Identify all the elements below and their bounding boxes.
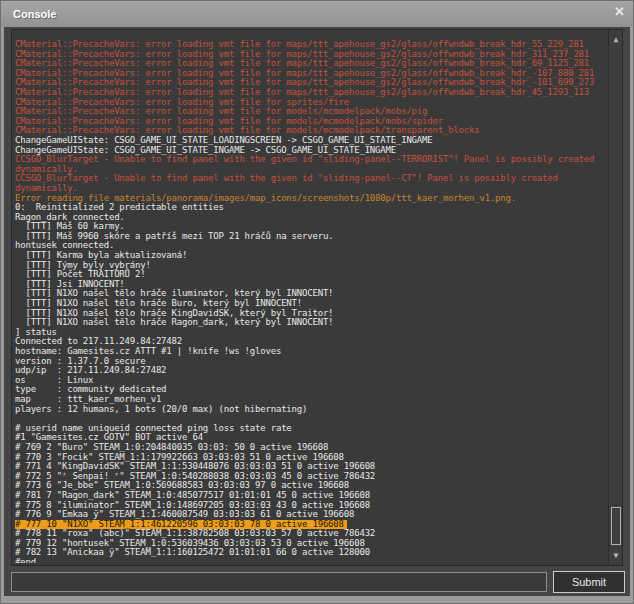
console-line: CMaterial::PrecacheVars: error loading v… — [15, 32, 606, 42]
console-line: ChangeGameUIState: CSGO_GAME_UI_STATE_LO… — [15, 128, 606, 138]
console-line: CMaterial::PrecacheVars: error loading v… — [15, 70, 606, 80]
submit-button[interactable]: Submit — [553, 571, 625, 593]
console-line: players : 12 humans, 1 bots (20/0 max) (… — [15, 397, 606, 407]
console-line: # 781 7 "Ragon_dark" STEAM_1:0:485077517… — [15, 483, 606, 493]
console-line: CCSGO_BlurTarget - Unable to find panel … — [15, 166, 606, 176]
console-line: [TTT] N1XO našel tělo hráče Ragon_dark, … — [15, 310, 606, 320]
console-line: type : community dedicated — [15, 377, 606, 387]
console-line: Ragon_dark connected. — [15, 205, 606, 215]
scroll-down-icon[interactable]: ▼ — [609, 551, 623, 561]
console-line: CMaterial::PrecacheVars: error loading v… — [15, 118, 606, 128]
console-line: #1 "Gamesites.cz GOTV" BOT active 64 — [15, 425, 606, 435]
console-line: # 778 11 "roxa" (abc)" STEAM_1:1:3878250… — [15, 521, 606, 531]
console-line: ChangeGameUIState: CSGO_GAME_UI_STATE_IN… — [15, 138, 606, 148]
console-output: CMaterial::PrecacheVars: error loading v… — [11, 29, 623, 566]
console-line: # 771 4 "KingDavidSK" STEAM_1:1:53044807… — [15, 454, 606, 464]
console-line: CMaterial::PrecacheVars: error loading v… — [15, 51, 606, 61]
scroll-up-icon[interactable]: ▲ — [609, 35, 623, 45]
console-line: map : ttt_kaer_morhen_v1 — [15, 387, 606, 397]
close-icon[interactable]: ✕ — [614, 4, 625, 20]
console-line: [TTT] Počet TRAITORŮ 2! — [15, 262, 606, 272]
console-line: hostname: Gamesites.cz ATTT #1 | !knife … — [15, 339, 606, 349]
console-line-highlighted: # 777 10 "N1XO" STEAM_1:1:461220596 03:0… — [15, 512, 606, 522]
console-line: [TTT] N1XO našel tělo hráče KingDavidSK,… — [15, 301, 606, 311]
console-line: # 773 6 "Je_bbe" STEAM_1:0:569688583 03:… — [15, 473, 606, 483]
console-line: Error reading file materials/panorama/im… — [15, 186, 606, 196]
console-line: # 782 13 "Anickaa ÿ" STEAM_1:1:160125472… — [15, 540, 606, 550]
console-line: # 775 8 "iluminator" STEAM_1:0:148697205… — [15, 493, 606, 503]
console-line: Connected to 217.11.249.84:27482 — [15, 329, 606, 339]
console-line: CMaterial::PrecacheVars: error loading v… — [15, 80, 606, 90]
console-line: CMaterial::PrecacheVars: error loading v… — [15, 99, 606, 109]
console-line: CMaterial::PrecacheVars: error loading v… — [15, 109, 606, 119]
console-line: udp/ip : 217.11.249.84:27482 — [15, 358, 606, 368]
console-line: [TTT] N1XO našel tělo hráče iluminator, … — [15, 281, 606, 291]
titlebar[interactable]: Console ✕ — [1, 1, 633, 27]
console-line: [TTT] Máš 9960 skóre a patříš mezi TOP 2… — [15, 224, 606, 234]
console-line: # 770 3 "Focik" STEAM_1:1:179922663 03:0… — [15, 445, 606, 455]
console-line: # 779 12 "hontusek" STEAM_1:0:536039436 … — [15, 531, 606, 541]
console-line: # 772 5 "ʳ Senpai! ʳ" STEAM_1:0:54028803… — [15, 464, 606, 474]
scroll-thumb[interactable] — [611, 507, 621, 545]
console-lines: CMaterial::PrecacheVars: error loading v… — [15, 32, 606, 563]
console-line: # 769 2 "Buro" STEAM_1:0:204840035 03:03… — [15, 435, 606, 445]
window-title: Console — [13, 8, 56, 20]
scrollbar[interactable]: ▲ ▼ — [608, 30, 622, 565]
console-line: # 776 9 "Emkaa ÿ" STEAM_1:1:460087549 03… — [15, 502, 606, 512]
console-line: CCSGO_BlurTarget - Unable to find panel … — [15, 147, 606, 157]
console-window: Console ✕ CMaterial::PrecacheVars: error… — [0, 0, 634, 604]
console-line: [TTT] Máš 60 karmy. — [15, 214, 606, 224]
console-line: CMaterial::PrecacheVars: error loading v… — [15, 61, 606, 71]
console-line: [TTT] Týmy byly vybrány! — [15, 253, 606, 263]
console-line: # userid name uniqueid connected ping lo… — [15, 416, 606, 426]
window-content: CMaterial::PrecacheVars: error loading v… — [4, 27, 630, 596]
console-line: [TTT] Karma byla aktualizovaná! — [15, 243, 606, 253]
console-line: version : 1.37.7.0 secure — [15, 349, 606, 359]
console-line: [TTT] Jsi INNOCENT! — [15, 272, 606, 282]
console-command-input[interactable] — [11, 572, 547, 592]
console-line: CMaterial::PrecacheVars: error loading v… — [15, 42, 606, 52]
